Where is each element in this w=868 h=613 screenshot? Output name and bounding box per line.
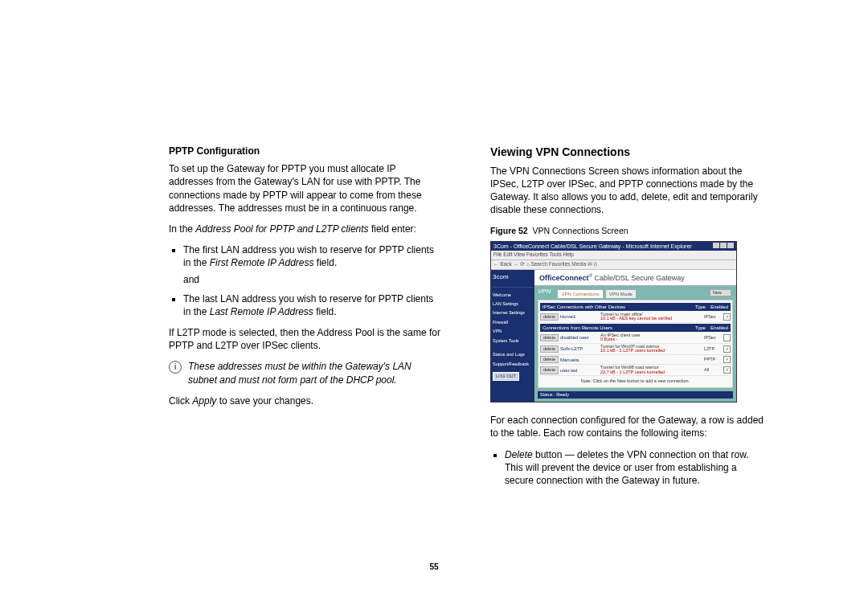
enabled-checkbox[interactable]: ✓ [723, 366, 731, 374]
delete-button[interactable]: delete [540, 313, 559, 321]
sidebar-item-vpn[interactable]: VPN [493, 327, 533, 336]
sidebar-item-welcome[interactable]: Welcome [493, 291, 533, 300]
table-row: delete Sofs-L2TP Tunnel for WinXP road w… [540, 344, 731, 355]
vpn-heading: Viewing VPN Connections [490, 145, 764, 160]
pptp-apply: Click Apply to save your changes. [169, 394, 442, 407]
window-title: 3Com - OfficeConnect Cable/DSL Secure Ga… [493, 243, 692, 250]
table-row: delete user.ted Tunnel for Win98 road wa… [540, 365, 731, 376]
logout-button[interactable]: LOG OUT [493, 372, 519, 381]
enabled-checkbox[interactable]: ✓ [723, 356, 731, 363]
sidebar-item-system[interactable]: System Tools [493, 337, 533, 345]
pptp-l2tp-note: If L2TP mode is selected, then the Addre… [169, 326, 442, 352]
delete-button[interactable]: delete [540, 366, 559, 374]
delete-button[interactable]: delete [540, 356, 559, 363]
conn-name[interactable]: disabled user [560, 334, 599, 341]
conn-name[interactable]: user.ted [560, 367, 599, 374]
left-column: PPTP Configuration To set up the Gateway… [169, 145, 442, 495]
info-note-text: These addresses must be within the Gatew… [188, 360, 442, 386]
sidebar-item-firewall[interactable]: Firewall [493, 318, 533, 327]
table-row: delete Home1 Tunnel to 'main office'10.1… [540, 312, 731, 323]
table-row: delete disabled user An IPSec client use… [540, 333, 731, 344]
logo-3com: 3com [493, 272, 533, 288]
tab-vpn-mode[interactable]: VPN Mode [605, 289, 637, 298]
status-bar: Status : Ready [538, 391, 733, 398]
pptp-list: The first LAN address you wish to reserv… [169, 243, 442, 318]
sidebar-item-lan[interactable]: LAN Settings [493, 300, 533, 309]
sidebar-item-internet[interactable]: Internet Settings [493, 309, 533, 317]
sidebar-item-support[interactable]: Support/Feedback [493, 360, 533, 369]
window-buttons [712, 243, 734, 250]
new-button[interactable]: New [710, 289, 731, 296]
pptp-list-item-last: The last LAN address you wish to reserve… [183, 292, 442, 318]
delete-button[interactable]: delete [540, 345, 559, 353]
browser-menubar: File Edit View Favorites Tools Help [491, 251, 736, 260]
main-panel: OfficeConnect® Cable/DSL Secure Gateway … [534, 270, 736, 402]
table-row: delete Manuela PPTP ✓ [540, 355, 731, 365]
product-header: OfficeConnect® Cable/DSL Secure Gateway [534, 270, 736, 286]
connections-panel: IPSec Connections with Other Devices Typ… [538, 300, 733, 388]
window-titlebar: 3Com - OfficeConnect Cable/DSL Secure Ga… [491, 242, 736, 251]
tab-vpn-connections[interactable]: VPN Connections [557, 289, 603, 298]
pptp-heading: PPTP Configuration [169, 145, 442, 157]
sidebar: 3com Welcome LAN Settings Internet Setti… [491, 270, 534, 402]
info-icon: i [169, 361, 182, 374]
enabled-checkbox[interactable]: ✓ [723, 313, 731, 321]
screenshot-vpn-connections: 3Com - OfficeConnect Cable/DSL Secure Ga… [490, 241, 737, 403]
conn-name[interactable]: Sofs-L2TP [560, 345, 599, 352]
figure-caption: Figure 52 VPN Connections Screen [490, 225, 764, 236]
info-note: i These addresses must be within the Gat… [169, 360, 442, 386]
delete-button[interactable]: delete [540, 334, 559, 341]
section-vpn: VPN [534, 286, 554, 298]
pptp-list-item-first: The first LAN address you wish to reserv… [183, 243, 442, 286]
enabled-checkbox[interactable]: ✓ [723, 345, 731, 353]
enabled-checkbox[interactable] [723, 334, 731, 341]
pptp-field-intro: In the Address Pool for PPTP and L2TP cl… [169, 223, 442, 235]
conn-name[interactable]: Home1 [560, 313, 599, 320]
vpn-intro: The VPN Connections Screen shows informa… [490, 165, 764, 217]
panel-note: Note: Click on the New button to add a n… [540, 376, 731, 385]
vpn-table-intro: For each connection configured for the G… [490, 414, 764, 439]
right-column: Viewing VPN Connections The VPN Connecti… [490, 145, 764, 495]
section-remote-users: Connections from Remote Users Type Enabl… [540, 324, 731, 332]
section-ipsec-devices: IPSec Connections with Other Devices Typ… [540, 303, 731, 311]
vpn-item-delete: Delete button — deletes the VPN connecti… [505, 448, 764, 488]
page-number: 55 [0, 562, 868, 571]
vpn-item-list: Delete button — deletes the VPN connecti… [490, 448, 764, 488]
tabs: VPN Connections VPN Mode [554, 288, 636, 298]
conn-name[interactable]: Manuela [560, 357, 599, 363]
sidebar-item-status[interactable]: Status and Logs [493, 350, 533, 359]
browser-toolbar: ← Back → ⟳ ⌂ Search Favorites Media ✉ ⎙ [491, 260, 736, 270]
pptp-intro: To set up the Gateway for PPTP you must … [169, 162, 442, 215]
